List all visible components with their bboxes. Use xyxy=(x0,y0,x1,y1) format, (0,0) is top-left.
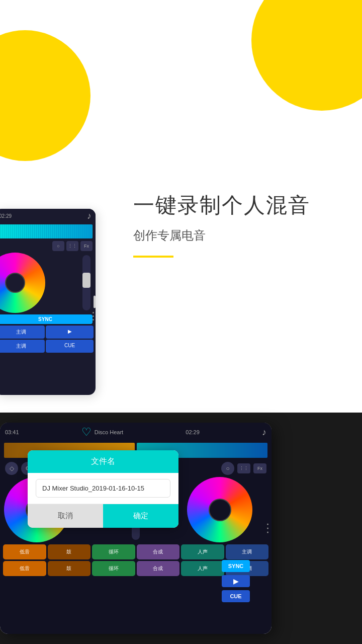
tablet-top-screen: 02:29 ♪ ○ ⋮⋮ Fx SYNC xyxy=(0,209,96,395)
cue-btn-top[interactable]: CUE xyxy=(46,340,94,353)
top-text-area: 一键录制个人混音 创作专属电音 xyxy=(133,191,310,258)
turntable-area-top xyxy=(0,253,96,313)
fx-btn-bottom[interactable]: Fx xyxy=(253,463,266,473)
pad-drum-1[interactable]: 鼓 xyxy=(48,544,91,559)
music-note-icon-bottom: ♪ xyxy=(262,427,266,438)
pad-vocal-2[interactable]: 人声 xyxy=(181,561,224,576)
pad-drum-2[interactable]: 鼓 xyxy=(48,561,91,576)
pad-key-1[interactable]: 主调 xyxy=(226,544,269,559)
turntable-bottom-right[interactable] xyxy=(187,477,252,542)
sync-button-top[interactable]: SYNC xyxy=(0,314,93,324)
key-btn-top-left[interactable]: 主调 xyxy=(0,326,45,339)
track-name: Disco Heart xyxy=(95,429,123,435)
waveform-top xyxy=(0,224,93,238)
dj-top-bar-bottom: 03:41 ♡ Disco Heart 02:29 ♪ xyxy=(0,423,272,442)
yellow-divider xyxy=(133,256,173,258)
filename-input[interactable] xyxy=(36,479,170,498)
tablet-grip-dots xyxy=(93,312,94,320)
dj-time-top: 02:29 xyxy=(0,213,12,219)
fader-handle-top xyxy=(82,273,90,288)
sync-button-bottom[interactable]: SYNC xyxy=(222,560,250,572)
play-btn-top[interactable]: ▶ xyxy=(46,326,94,339)
main-title: 一键录制个人混音 xyxy=(133,191,310,219)
pad-bass-1[interactable]: 低音 xyxy=(3,544,46,559)
pad-loop-1[interactable]: 循环 xyxy=(92,544,135,559)
sub-title: 创作专属电音 xyxy=(133,227,310,244)
dialog-title-text: 文件名 xyxy=(36,456,170,467)
cue-button-bottom[interactable]: CUE xyxy=(222,590,250,602)
key-btn-top-right[interactable]: 主调 xyxy=(0,340,45,353)
fader-top[interactable] xyxy=(82,255,90,310)
tablet-top-mockup: 02:29 ♪ ○ ⋮⋮ Fx SYNC xyxy=(0,209,96,395)
diamond-btn[interactable]: ◇ xyxy=(5,462,18,475)
dj-time-bottom-left: 03:41 xyxy=(5,429,19,435)
pad-synth-2[interactable]: 合成 xyxy=(137,561,180,576)
pad-vocal-1[interactable]: 人声 xyxy=(181,544,224,559)
play-button-bottom[interactable]: ▶ xyxy=(222,575,250,587)
pad-row-1: 低音 鼓 循环 合成 人声 主调 xyxy=(3,544,268,559)
fx-btn-top[interactable]: Fx xyxy=(80,241,93,251)
dialog-buttons: 取消 确定 xyxy=(28,504,178,528)
controls-row-top: ○ ⋮⋮ Fx xyxy=(0,239,96,253)
tablet-bottom-mockup: 03:41 ♡ Disco Heart 02:29 ♪ ◇ ⚙ xyxy=(0,423,272,634)
bottom-buttons-top: 主调 ▶ 主调 CUE xyxy=(0,326,96,355)
dj-header-top: 02:29 ♪ xyxy=(0,209,96,223)
icons-right: ○ ⋮⋮ Fx xyxy=(221,462,266,475)
tablet-bottom-grip xyxy=(267,524,268,533)
turntable-top[interactable] xyxy=(0,253,45,313)
heartbeat-icon: ♡ xyxy=(81,426,92,439)
loop-btn-bottom[interactable]: ○ xyxy=(221,462,234,475)
dialog-input-area xyxy=(28,473,178,504)
bottom-section: 03:41 ♡ Disco Heart 02:29 ♪ ◇ ⚙ xyxy=(0,413,362,644)
tablet-bottom-screen: 03:41 ♡ Disco Heart 02:29 ♪ ◇ ⚙ xyxy=(0,423,272,634)
pad-synth-1[interactable]: 合成 xyxy=(137,544,180,559)
cancel-button[interactable]: 取消 xyxy=(28,504,103,528)
dj-time-bottom-right: 02:29 xyxy=(186,429,200,435)
turntable-center-right xyxy=(209,499,231,521)
eq-btn-bottom[interactable]: ⋮⋮ xyxy=(237,463,250,473)
turntable-center-top xyxy=(5,273,25,293)
dialog-title-bar: 文件名 xyxy=(28,450,178,473)
tablet-top-side-handle xyxy=(94,296,96,308)
pad-loop-2[interactable]: 循环 xyxy=(92,561,135,576)
confirm-button[interactable]: 确定 xyxy=(103,504,178,528)
pad-bass-2[interactable]: 低音 xyxy=(3,561,46,576)
music-note-icon-top: ♪ xyxy=(87,211,92,221)
loop-btn-top[interactable]: ○ xyxy=(52,241,64,251)
top-section: 一键录制个人混音 创作专属电音 02:29 ♪ ○ ⋮⋮ Fx xyxy=(0,0,362,413)
blob-top-right xyxy=(251,0,362,111)
eq-btn-top[interactable]: ⋮⋮ xyxy=(66,241,78,251)
blob-bottom-left xyxy=(0,30,90,161)
save-dialog: 文件名 取消 确定 xyxy=(28,450,178,528)
